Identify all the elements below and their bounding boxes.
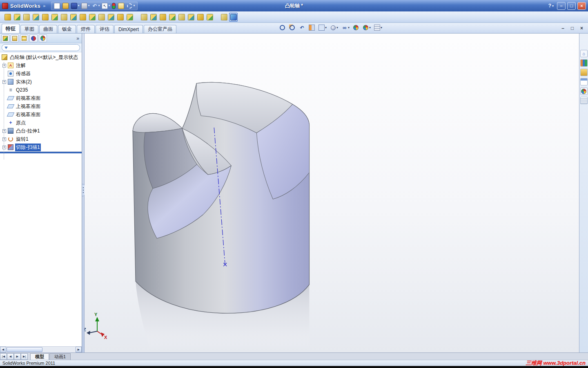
save-icon[interactable]: ▾ <box>71 2 80 9</box>
tree-expander[interactable] <box>2 121 6 125</box>
feature-tree-item[interactable]: 上视基准面 <box>0 102 82 110</box>
tree-expander[interactable] <box>2 88 6 92</box>
print-icon[interactable]: ▾ <box>81 2 90 9</box>
forming-tool-icon[interactable] <box>107 13 115 22</box>
view-orientation-icon[interactable]: ▾ <box>318 24 327 31</box>
file-properties-icon[interactable] <box>118 2 125 9</box>
graphics-area[interactable]: Y X Z <box>85 34 579 352</box>
tree-expander[interactable]: + <box>2 80 6 84</box>
study-tab[interactable]: 动画1 <box>49 353 71 360</box>
commandmanager-tab[interactable]: 草图 <box>20 25 38 33</box>
display-style-icon[interactable]: ▾ <box>329 24 339 31</box>
feature-tree-root[interactable]: 凸轮轴 (默认<<默认>_显示状态 <box>0 53 82 61</box>
feature-tree-item[interactable]: 原点 <box>0 119 82 127</box>
zoom-fit-icon[interactable] <box>278 24 287 31</box>
file-explorer-icon[interactable] <box>580 69 588 76</box>
doc-restore-button[interactable]: □ <box>569 25 575 31</box>
miter-flange-icon[interactable] <box>41 13 49 22</box>
swept-cut-icon[interactable] <box>229 13 238 22</box>
feature-tree-item[interactable]: 前视基准面 <box>0 94 82 102</box>
feature-tree-item[interactable]: + 注解 <box>0 61 82 70</box>
tree-expander[interactable]: + <box>2 64 6 67</box>
options-icon[interactable]: ▾ <box>126 2 135 9</box>
close-button[interactable]: × <box>577 2 586 10</box>
helix-icon[interactable] <box>220 13 228 22</box>
pattern-icon[interactable] <box>116 13 125 22</box>
simple-hole-icon[interactable] <box>149 13 158 22</box>
minimize-button[interactable]: – <box>557 2 566 10</box>
dimxpertmanager-tab-icon[interactable] <box>29 34 38 42</box>
feature-tree-item[interactable]: + 旋转1 <box>0 135 82 143</box>
extruded-cut-icon[interactable] <box>140 13 148 22</box>
view-settings-icon[interactable]: ▾ <box>373 24 383 31</box>
tree-expander[interactable]: + <box>2 146 6 149</box>
zoom-area-icon[interactable] <box>288 24 296 31</box>
propertymanager-tab-icon[interactable] <box>11 34 19 42</box>
custom-properties-icon[interactable] <box>580 97 588 104</box>
commandmanager-tab[interactable]: 特征 <box>2 24 20 33</box>
prev-sheet-icon[interactable]: ◀ <box>7 353 14 360</box>
commandmanager-tab[interactable]: 曲面 <box>39 25 57 33</box>
closed-corner-icon[interactable] <box>88 13 96 22</box>
model-viewport[interactable]: Y X Z <box>85 34 579 352</box>
rebuild-icon[interactable] <box>111 2 116 9</box>
commandmanager-tab[interactable]: 办公室产品 <box>144 25 176 33</box>
tree-expander[interactable] <box>2 96 6 100</box>
panel-overflow-chevron-icon[interactable]: » <box>75 36 80 41</box>
feature-tree-item[interactable]: 右视基准面 <box>0 110 82 119</box>
pattern-table-icon[interactable] <box>125 13 134 22</box>
scroll-right-arrow-icon[interactable]: ▶ <box>76 347 82 352</box>
hide-show-items-icon[interactable]: ▾ <box>341 24 350 31</box>
select-icon[interactable]: ▾ <box>101 2 110 9</box>
insert-bends-icon[interactable] <box>205 13 214 22</box>
home-icon[interactable] <box>580 50 588 57</box>
undo-icon[interactable]: ▾ <box>91 2 100 9</box>
restore-button[interactable]: □ <box>567 2 576 10</box>
flatten-icon[interactable] <box>187 13 195 22</box>
doc-close-button[interactable]: × <box>579 25 585 31</box>
fold-icon[interactable] <box>177 13 186 22</box>
first-sheet-icon[interactable]: |◀ <box>0 353 7 360</box>
section-view-icon[interactable] <box>308 24 316 31</box>
tree-expander[interactable] <box>2 105 6 108</box>
jog-icon[interactable] <box>60 13 68 22</box>
cross-break-icon[interactable] <box>78 13 87 22</box>
help-button[interactable]: ?▾ <box>547 3 555 9</box>
tree-expander[interactable]: + <box>2 129 6 133</box>
previous-view-icon[interactable] <box>298 24 306 31</box>
apply-scene-icon[interactable]: ▾ <box>362 24 372 31</box>
unfold-icon[interactable] <box>168 13 176 22</box>
displaymanager-tab-icon[interactable] <box>39 34 47 42</box>
hem-icon[interactable] <box>50 13 59 22</box>
lofted-bend-icon[interactable] <box>22 13 31 22</box>
feature-tree-item[interactable]: + 切除-扫描1 <box>0 143 82 151</box>
scroll-left-arrow-icon[interactable]: ◀ <box>0 347 6 352</box>
tree-expander[interactable] <box>2 113 6 117</box>
tree-filter-input[interactable] <box>9 45 77 50</box>
configurationmanager-tab-icon[interactable] <box>20 34 28 42</box>
next-sheet-icon[interactable]: ▶ <box>14 353 21 360</box>
vent-icon[interactable] <box>158 13 167 22</box>
commandmanager-tab[interactable]: 钣金 <box>58 25 76 33</box>
feature-tree-item[interactable]: + 实体(2) <box>0 78 82 86</box>
tree-expander[interactable] <box>2 72 6 76</box>
doc-minimize-button[interactable]: – <box>560 25 566 31</box>
rip-icon[interactable] <box>196 13 205 22</box>
commandmanager-tab[interactable]: DimXpert <box>114 25 143 33</box>
tree-expander[interactable]: + <box>2 137 6 141</box>
commandmanager-tab[interactable]: 评估 <box>96 25 114 33</box>
appearances-icon[interactable] <box>580 88 588 95</box>
sketched-bend-icon[interactable] <box>69 13 78 22</box>
sketch-relations-icon[interactable] <box>13 13 21 22</box>
open-icon[interactable] <box>62 2 69 9</box>
corner-relief-icon[interactable] <box>97 13 106 22</box>
feature-tree-item[interactable]: Q235 <box>0 86 82 94</box>
rollback-bar[interactable] <box>0 152 82 153</box>
edit-appearance-icon[interactable] <box>352 24 360 31</box>
new-icon[interactable] <box>53 2 61 9</box>
menu-expand-chevron-icon[interactable]: » <box>43 3 45 8</box>
base-flange-icon[interactable] <box>3 13 12 22</box>
feature-tree-item[interactable]: + 凸台-拉伸1 <box>0 127 82 135</box>
featuremanager-tab-icon[interactable] <box>1 34 9 42</box>
scrollbar-thumb[interactable] <box>7 347 42 352</box>
